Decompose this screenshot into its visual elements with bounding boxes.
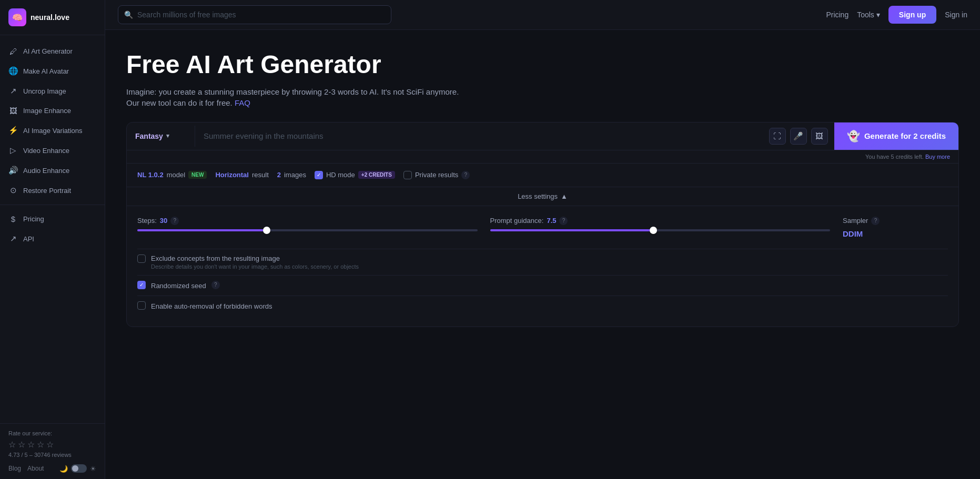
- settings-row: NL 1.0.2 model NEW Horizontal result 2 i…: [127, 164, 958, 187]
- style-label: Fantasy: [135, 132, 163, 140]
- sampler-value[interactable]: DDIM: [843, 229, 948, 238]
- less-settings-button[interactable]: Less settings ▲: [518, 192, 568, 200]
- hd-credits-badge: +2 CREDITS: [358, 171, 395, 179]
- steps-thumb: [263, 227, 270, 234]
- tools-chevron-icon: ▾: [876, 11, 880, 19]
- faq-link[interactable]: FAQ: [235, 98, 250, 107]
- sidebar-item-audio-enhance[interactable]: 🔊 Audio Enhance: [0, 160, 105, 180]
- randomized-seed-text: Randomized seed: [151, 281, 206, 290]
- hd-mode-checkbox[interactable]: ✓: [315, 171, 323, 179]
- less-settings-chevron-icon: ▲: [561, 192, 568, 200]
- model-label: model: [167, 171, 185, 179]
- sidebar-item-video-enhance[interactable]: ▷ Video Enhance: [0, 140, 105, 160]
- footer-links: Blog About 🌙 ☀: [8, 464, 96, 473]
- page-title: Free AI Art Generator: [126, 51, 959, 79]
- star-1[interactable]: ☆: [8, 440, 16, 450]
- steps-help[interactable]: ?: [170, 217, 179, 225]
- private-results-help[interactable]: ?: [461, 171, 470, 179]
- make-ai-avatar-icon: 🌐: [8, 66, 18, 76]
- star-5[interactable]: ☆: [46, 440, 54, 450]
- guidance-control: Prompt guidance: 7.5 ?: [490, 217, 831, 238]
- sidebar-label-ai-image-variations: AI Image Variations: [23, 127, 82, 135]
- content-area: Free AI Art Generator Imagine: you creat…: [105, 30, 980, 479]
- ai-image-variations-icon: ⚡: [8, 126, 18, 135]
- sidebar-nav: 🖊 AI Art Generator 🌐 Make AI Avatar ↗ Un…: [0, 35, 105, 423]
- uncrop-image-icon: ↗: [8, 86, 18, 96]
- signin-button[interactable]: Sign in: [945, 11, 967, 19]
- guidance-help[interactable]: ?: [559, 217, 568, 225]
- sidebar-item-api[interactable]: ↗ API: [0, 229, 105, 249]
- sidebar-item-ai-image-variations[interactable]: ⚡ AI Image Variations: [0, 120, 105, 140]
- forbidden-words-text: Enable auto-removal of forbidden words: [151, 301, 272, 311]
- star-3[interactable]: ☆: [27, 440, 35, 450]
- private-results-checkbox[interactable]: [403, 171, 412, 179]
- star-4[interactable]: ☆: [37, 440, 44, 450]
- sidebar-item-pricing[interactable]: $ Pricing: [0, 209, 105, 229]
- nav-tools-dropdown[interactable]: Tools ▾: [857, 11, 880, 19]
- steps-label-row: Steps: 30 ?: [137, 217, 478, 225]
- images-value: 2: [277, 171, 281, 179]
- sidebar-item-uncrop-image[interactable]: ↗ Uncrop Image: [0, 81, 105, 101]
- guidance-label-row: Prompt guidance: 7.5 ?: [490, 217, 831, 225]
- logo-icon: 🧠: [8, 8, 26, 26]
- generate-label: Generate for 2 credits: [864, 131, 946, 140]
- randomized-seed-checkbox[interactable]: ✓: [137, 281, 146, 289]
- sidebar-label-audio-enhance: Audio Enhance: [23, 167, 69, 175]
- fullscreen-button[interactable]: ⛶: [769, 128, 786, 145]
- hd-mode-setting[interactable]: ✓ HD mode +2 CREDITS: [315, 171, 395, 179]
- rate-service-label: Rate our service:: [8, 430, 96, 436]
- sampler-control: Sampler ? DDIM: [843, 217, 948, 238]
- sun-icon: ☀: [90, 465, 96, 473]
- generator-top-row: Fantasy ▾ ⛶ 🎤 🖼 👻 Generate for 2 credits: [127, 123, 958, 150]
- new-badge: NEW: [188, 171, 207, 179]
- advanced-settings: Steps: 30 ? Prompt guidance:: [127, 206, 958, 327]
- sidebar-label-make-ai-avatar: Make AI Avatar: [23, 67, 69, 75]
- sidebar-item-ai-art-generator[interactable]: 🖊 AI Art Generator: [0, 42, 105, 61]
- sidebar-divider: [0, 205, 105, 205]
- sidebar-footer: Rate our service: ☆ ☆ ☆ ☆ ☆ 4.73 / 5 – 3…: [0, 423, 105, 479]
- randomized-seed-row: ✓ Randomized seed ?: [137, 275, 948, 295]
- theme-toggle-thumb: [72, 465, 78, 472]
- guidance-value: 7.5: [547, 217, 556, 225]
- steps-slider[interactable]: [137, 229, 478, 231]
- sidebar-label-restore-portrait: Restore Portrait: [23, 187, 71, 195]
- ai-art-generator-icon: 🖊: [8, 47, 18, 56]
- images-setting[interactable]: 2 images: [277, 171, 306, 179]
- prompt-actions: ⛶ 🎤 🖼: [763, 128, 834, 145]
- private-results-setting[interactable]: Private results ?: [403, 171, 470, 179]
- exclude-checkbox[interactable]: [137, 254, 146, 263]
- buy-more-link[interactable]: Buy more: [925, 154, 950, 160]
- forbidden-words-checkbox[interactable]: [137, 301, 146, 310]
- forbidden-words-row: Enable auto-removal of forbidden words: [137, 295, 948, 316]
- exclude-concepts-row: Exclude concepts from the resulting imag…: [137, 249, 948, 275]
- result-label: result: [252, 171, 269, 179]
- blog-link[interactable]: Blog: [8, 465, 21, 472]
- theme-toggle-track[interactable]: [71, 464, 87, 473]
- search-input[interactable]: [118, 5, 391, 24]
- nav-pricing-link[interactable]: Pricing: [826, 11, 848, 19]
- sidebar-item-image-enhance[interactable]: 🖼 Image Enhance: [0, 101, 105, 120]
- result-setting[interactable]: Horizontal result: [215, 171, 268, 179]
- microphone-button[interactable]: 🎤: [790, 128, 807, 145]
- logo[interactable]: 🧠 neural.love: [0, 0, 105, 35]
- image-upload-button[interactable]: 🖼: [811, 128, 828, 145]
- randomized-seed-help[interactable]: ?: [211, 281, 220, 289]
- guidance-slider[interactable]: [490, 229, 831, 231]
- signup-button[interactable]: Sign up: [888, 6, 936, 24]
- exclude-sublabel: Describe details you don't want in your …: [151, 263, 359, 270]
- style-chevron-icon: ▾: [166, 133, 169, 139]
- generate-button[interactable]: 👻 Generate for 2 credits: [834, 123, 958, 150]
- page-subtitle2: Our new tool can do it for free. FAQ: [126, 98, 959, 107]
- about-link[interactable]: About: [27, 465, 44, 472]
- page-subtitle-text: Imagine: you create a stunning masterpie…: [126, 87, 459, 96]
- sidebar-label-ai-art-generator: AI Art Generator: [23, 47, 73, 55]
- model-setting[interactable]: NL 1.0.2 model NEW: [137, 171, 207, 179]
- steps-fill: [137, 229, 267, 231]
- style-selector[interactable]: Fantasy ▾: [127, 126, 195, 147]
- star-2[interactable]: ☆: [18, 440, 25, 450]
- sampler-help[interactable]: ?: [871, 217, 880, 225]
- sidebar-item-restore-portrait[interactable]: ⊙ Restore Portrait: [0, 180, 105, 200]
- less-settings-row: Less settings ▲: [127, 187, 958, 206]
- prompt-input[interactable]: [195, 124, 763, 148]
- sidebar-item-make-ai-avatar[interactable]: 🌐 Make AI Avatar: [0, 61, 105, 81]
